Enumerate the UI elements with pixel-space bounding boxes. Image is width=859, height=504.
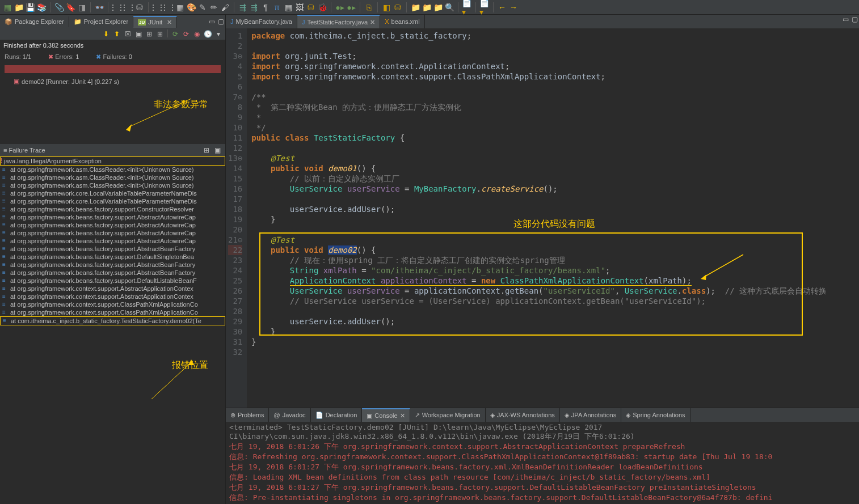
trace-line[interactable]: at org.springframework.context.support.A… xyxy=(0,293,225,300)
tab-console[interactable]: ▣Console ✕ xyxy=(362,408,410,422)
editor-tab[interactable]: Xbeans.xml xyxy=(380,15,424,28)
tab-project-explorer[interactable]: 📁Project Explorer xyxy=(69,16,133,27)
toolbar-icon[interactable]: π xyxy=(272,2,282,12)
toolbar-icon[interactable]: ▦ xyxy=(283,2,293,12)
tab-workspace-migration[interactable]: ↗Workspace Migration xyxy=(410,408,486,422)
console-terminated-line: <terminated> TestStaticFactory.demo02 [J… xyxy=(229,423,856,442)
rerun-failed-icon[interactable]: ⟳ xyxy=(182,29,191,39)
toolbar-icon[interactable]: ⎘ xyxy=(364,2,374,12)
toolbar-icon[interactable]: 📁 xyxy=(14,2,24,12)
toolbar-icon[interactable]: ▦ xyxy=(2,2,12,12)
toolbar-icon[interactable]: ⋮⋮ xyxy=(163,2,174,12)
next-fail-icon[interactable]: ⬇ xyxy=(102,29,111,39)
test-result-item[interactable]: ▣ demo02 [Runner: JUnit 4] (0.227 s) xyxy=(0,75,225,87)
toolbar-icon[interactable]: 📄▾ xyxy=(462,2,472,12)
stop-icon[interactable]: ◉ xyxy=(192,29,201,39)
toolbar-icon[interactable]: 📁 xyxy=(422,2,432,12)
trace-line[interactable]: at org.springframework.asm.ClassReader.<… xyxy=(0,166,225,173)
icon[interactable]: ▣ xyxy=(134,29,143,39)
tab-jpa[interactable]: ◈JPA Annotations xyxy=(560,408,621,422)
tab-jaxws[interactable]: ◈JAX-WS Annotations xyxy=(486,408,560,422)
minimize-icon[interactable]: ▭ xyxy=(207,17,216,26)
trace-line[interactable]: at org.springframework.core.LocalVariabl… xyxy=(0,189,225,197)
trace-line[interactable]: at org.springframework.asm.ClassReader.<… xyxy=(0,181,225,189)
toolbar-icon[interactable]: 📚 xyxy=(36,2,47,12)
toolbar-icon[interactable]: 🎨 xyxy=(186,2,196,12)
toolbar-icon[interactable]: 📎 xyxy=(54,2,64,12)
trace-line[interactable]: at org.springframework.beans.factory.sup… xyxy=(0,221,225,229)
toolbar-icon[interactable]: 🖼 xyxy=(294,2,305,12)
trace-line[interactable]: at org.springframework.beans.factory.sup… xyxy=(0,229,225,237)
toolbar-icon[interactable]: 💾 xyxy=(25,2,35,12)
search-icon[interactable]: 🔍 xyxy=(444,2,454,12)
forward-icon[interactable]: → xyxy=(508,2,519,12)
tab-junit[interactable]: JUJUnit✕ xyxy=(133,16,177,28)
trace-line[interactable]: at org.springframework.core.LocalVariabl… xyxy=(0,197,225,205)
trace-line[interactable]: at org.springframework.beans.factory.sup… xyxy=(0,261,225,269)
trace-line-own[interactable]: at com.itheima.c_inject.b_static_factory… xyxy=(0,316,225,325)
run-icon[interactable]: ●▸ xyxy=(335,2,345,12)
toolbar-icon[interactable]: ⋮⋮ xyxy=(123,2,133,12)
toolbar-icon[interactable]: ⇶ xyxy=(249,2,259,12)
toolbar-icon[interactable]: 🖌 xyxy=(220,2,230,12)
menu-icon[interactable]: ▾ xyxy=(214,29,223,39)
toolbar-icon[interactable]: ⛁ xyxy=(306,2,316,12)
trace-line[interactable]: at org.springframework.beans.factory.sup… xyxy=(0,253,225,261)
toolbar-icon[interactable]: ◨ xyxy=(77,2,87,12)
trace-line[interactable]: at org.springframework.beans.factory.sup… xyxy=(0,237,225,245)
editor-tabs: JMyBeanFactory.java JTestStaticFactory.j… xyxy=(226,15,859,28)
toolbar-icon[interactable]: ⛁ xyxy=(134,2,145,12)
back-icon[interactable]: ← xyxy=(497,2,507,12)
stack-trace: java.lang.IllegalArgumentException at or… xyxy=(0,156,225,504)
toolbar-icon[interactable]: ¶ xyxy=(260,2,271,12)
tab-javadoc[interactable]: @Javadoc xyxy=(269,408,310,422)
trace-line[interactable]: at org.springframework.beans.factory.sup… xyxy=(0,269,225,277)
tab-spring[interactable]: ◈Spring Annotations xyxy=(621,408,690,422)
toolbar-icon[interactable]: ⛁ xyxy=(393,2,403,12)
toolbar-icon[interactable]: 📁 xyxy=(410,2,420,12)
minimize-icon[interactable]: ▭ xyxy=(841,15,850,24)
toolbar-icon[interactable]: ⇶ xyxy=(238,2,248,12)
toolbar-icon[interactable]: ◧ xyxy=(381,2,391,12)
rerun-tests-icon[interactable]: ⟳ xyxy=(171,29,180,39)
debug-icon[interactable]: ●▸ xyxy=(346,2,356,12)
tab-declaration[interactable]: 📄Declaration xyxy=(311,408,363,422)
trace-line[interactable]: at org.springframework.context.support.C… xyxy=(0,308,225,316)
trace-line[interactable]: at org.springframework.beans.factory.sup… xyxy=(0,213,225,221)
svg-marker-5 xyxy=(701,274,706,280)
prev-fail-icon[interactable]: ⬆ xyxy=(112,29,121,39)
toolbar-icon[interactable]: 🔖 xyxy=(65,2,75,12)
history-icon[interactable]: 🕓 xyxy=(203,29,212,39)
trace-line[interactable]: at org.springframework.context.support.C… xyxy=(0,300,225,308)
toolbar-icon[interactable]: ✏ xyxy=(209,2,219,12)
maximize-icon[interactable]: ▢ xyxy=(850,15,859,24)
console-output[interactable]: <terminated> TestStaticFactory.demo02 [J… xyxy=(226,422,859,504)
exception-line[interactable]: java.lang.IllegalArgumentException xyxy=(0,156,225,166)
console-line: 七月 19, 2018 6:01:26 下午 org.springframewo… xyxy=(229,442,856,452)
toolbar-icon[interactable]: ▦ xyxy=(175,2,185,12)
toolbar-icon[interactable]: 📁 xyxy=(433,2,443,12)
icon[interactable]: ▣ xyxy=(213,146,222,155)
filter-icon[interactable]: ⊞ xyxy=(202,146,211,155)
tab-package-explorer[interactable]: 📦Package Explorer xyxy=(0,16,69,27)
code-content[interactable]: package com.itheima.c_inject.b_static_fa… xyxy=(247,28,859,408)
editor-tab[interactable]: JMyBeanFactory.java xyxy=(226,15,297,28)
code-editor[interactable]: 123⊖4567⊖8910111213⊖1415161718192021⊖222… xyxy=(226,28,859,408)
toolbar-icon[interactable]: 📄▾ xyxy=(479,2,490,12)
trace-line[interactable]: at org.springframework.beans.factory.sup… xyxy=(0,245,225,253)
toolbar-icon[interactable]: 👓 xyxy=(94,2,104,12)
toolbar-icon[interactable]: ✎ xyxy=(197,2,208,12)
editor-tab-active[interactable]: JTestStaticFactory.java ✕ xyxy=(297,15,380,28)
rerun-icon[interactable]: ☒ xyxy=(123,29,132,39)
console-line: 七月 19, 2018 6:01:27 下午 org.springframewo… xyxy=(229,462,856,472)
trace-line[interactable]: at org.springframework.asm.ClassReader.<… xyxy=(0,173,225,181)
icon[interactable]: ⊞ xyxy=(155,29,165,39)
icon[interactable]: ⊞ xyxy=(145,29,154,39)
trace-line[interactable]: at org.springframework.context.support.A… xyxy=(0,285,225,293)
trace-line[interactable]: at org.springframework.beans.factory.sup… xyxy=(0,205,225,213)
trace-line[interactable]: at org.springframework.beans.factory.sup… xyxy=(0,277,225,285)
maximize-icon[interactable]: ▢ xyxy=(216,17,225,26)
console-line: 信息: Pre-instantiating singletons in org.… xyxy=(229,493,856,503)
tab-problems[interactable]: ⊗Problems xyxy=(226,408,269,422)
toolbar-icon[interactable]: 🐞 xyxy=(317,2,327,12)
